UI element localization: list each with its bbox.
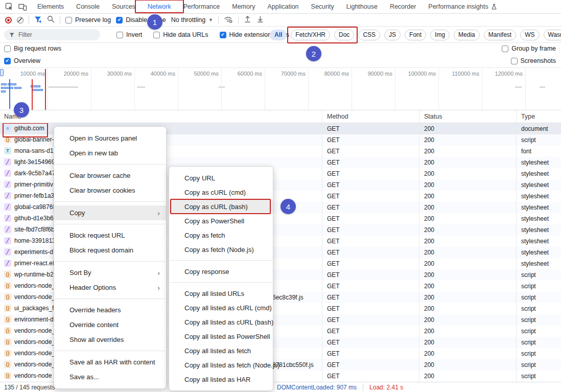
menu-item-copy-as-powershell[interactable]: Copy as PowerShell [169,214,273,228]
name-cell[interactable]: ≡github.com [4,125,44,132]
menu-item-copy-all-listed-as-curl-bash[interactable]: Copy all listed as cURL (bash) [169,315,273,329]
export-har-icon[interactable] [256,15,264,25]
name-cell[interactable]: {}vendors-node_ [4,327,55,334]
throttling-dropdown[interactable]: No throttling ▼ [171,16,213,24]
big-request-rows-checkbox[interactable]: Big request rows [4,45,61,52]
tab-lighthouse[interactable]: Lighthouse [340,0,384,13]
invert-checkbox[interactable]: Invert [116,31,142,38]
name-cell[interactable]: ╱light-3e154969 [4,158,55,166]
name-cell[interactable]: ╱experiments-d7 [4,248,57,256]
menu-item-save-all-as-har-with-content[interactable]: Save all as HAR with content [54,355,166,370]
menu-item-copy[interactable]: Copy› [54,205,166,220]
network-conditions-icon[interactable] [224,15,233,25]
network-overview-timeline[interactable]: 10000 ms20000 ms30000 ms40000 ms50000 ms… [0,67,561,110]
name-cell[interactable]: {}environment-d [4,316,54,323]
import-har-icon[interactable] [244,15,251,25]
column-header-type[interactable]: Type [521,113,535,120]
menu-item-copy-all-listed-as-fetch-node-js[interactable]: Copy all listed as fetch (Node.js) [169,358,273,372]
name-cell[interactable]: ╱primer-react.e8 [4,260,56,267]
clear-network-log-button[interactable] [17,17,24,24]
menu-item-override-content[interactable]: Override content [54,317,166,332]
menu-item-copy-all-listed-as-fetch[interactable]: Copy all listed as fetch [169,343,273,358]
name-cell[interactable]: {}ui_packages_fa [4,305,57,312]
name-cell[interactable]: {}vendors-node [4,372,52,379]
name-cell[interactable]: ╱primer-fefb1a3 [4,192,54,199]
column-divider[interactable] [516,110,517,382]
name-cell[interactable]: {}vendors-node_ [4,361,55,368]
tab-network[interactable]: Network [142,0,177,13]
menu-item-show-all-overrides[interactable]: Show all overrides [54,332,166,347]
name-cell[interactable]: {}wp-runtime-b2 [4,271,54,278]
name-cell[interactable]: ╱site-fbd7cf8f6b [4,226,55,233]
group-by-frame-checkbox[interactable]: Group by frame [502,45,556,52]
chip-img[interactable]: Img [430,30,450,40]
checkbox-unchecked[interactable] [65,17,72,24]
menu-item-copy-all-listed-as-curl-cmd[interactable]: Copy all listed as cURL (cmd) [169,301,273,315]
column-header-status[interactable]: Status [424,113,442,120]
column-header-method[interactable]: Method [327,113,348,120]
tab-security[interactable]: Security [305,0,340,13]
menu-item-copy-url[interactable]: Copy URL [169,171,273,185]
chip-doc[interactable]: Doc [334,30,354,40]
menu-item-open-in-new-tab[interactable]: Open in new tab [54,146,166,160]
menu-item-copy-response[interactable]: Copy response [169,264,273,279]
checkbox-unchecked[interactable] [153,32,160,38]
record-network-log-button[interactable] [5,17,12,24]
name-cell[interactable]: ╱github-d1e3b6 [4,215,54,222]
menu-item-save-as[interactable]: Save as... [54,370,166,384]
chip-media[interactable]: Media [454,30,480,40]
menu-item-clear-browser-cache[interactable]: Clear browser cache [54,168,166,183]
menu-item-copy-as-curl-bash[interactable]: Copy as cURL (bash)4 [169,199,273,214]
tab-memory[interactable]: Memory [226,0,261,13]
menu-item-open-in-sources-panel[interactable]: Open in Sources panel [54,131,166,146]
name-cell[interactable]: {}vendors-node_ [4,293,55,301]
tab-elements[interactable]: Elements [31,0,70,13]
name-cell[interactable]: Tmona-sans-d1b [4,147,57,154]
menu-item-copy-as-fetch-node-js[interactable]: Copy as fetch (Node.js) [169,242,273,257]
chip-ws[interactable]: WS [520,30,539,40]
menu-item-sort-by[interactable]: Sort By› [54,265,166,280]
tab-recorder[interactable]: Recorder [384,0,422,13]
menu-item-block-request-url[interactable]: Block request URL [54,228,166,243]
preserve-log-checkbox[interactable]: Preserve log [65,16,111,24]
menu-item-block-request-domain[interactable]: Block request domain [54,243,166,258]
overview-checkbox[interactable]: Overview [4,57,40,64]
checkbox-checked[interactable] [4,58,11,64]
column-divider[interactable] [322,110,322,382]
menu-item-copy-as-curl-cmd[interactable]: Copy as cURL (cmd) [169,185,273,199]
menu-item-override-headers[interactable]: Override headers [54,303,166,317]
tab-performance[interactable]: Performance [177,0,226,13]
column-divider[interactable] [419,110,419,382]
device-toolbar-icon[interactable] [18,3,27,11]
inspect-element-icon[interactable] [5,3,13,11]
chip-manifest[interactable]: Manifest [484,30,516,40]
menu-item-copy-all-listed-as-powershell[interactable]: Copy all listed as PowerShell [169,329,273,343]
name-cell[interactable]: {}vendors-node_ [4,338,55,345]
menu-item-copy-as-fetch[interactable]: Copy as fetch [169,228,273,242]
checkbox-unchecked[interactable] [116,32,123,38]
name-cell[interactable]: ╱home-3391813 [4,237,56,244]
checkbox-unchecked[interactable] [502,45,508,52]
chip-fetch-xhr[interactable]: Fetch/XHR [291,30,330,40]
menu-item-copy-all-listed-as-har[interactable]: Copy all listed as HAR [169,372,273,386]
hide-data-urls-checkbox[interactable]: Hide data URLs [153,31,208,38]
search-icon[interactable] [47,15,55,25]
screenshots-checkbox[interactable]: Screenshots [511,57,556,64]
name-cell[interactable]: {}vendors-node_ [4,282,55,289]
checkbox-unchecked[interactable] [4,45,11,52]
tab-console[interactable]: Console [70,0,106,13]
tab-sources[interactable]: Sources [106,0,142,13]
chip-css[interactable]: CSS [358,30,380,40]
checkbox-checked[interactable] [220,32,226,38]
menu-item-copy-all-listed-urls[interactable]: Copy all listed URLs [169,286,273,301]
name-cell[interactable]: {}vendors-node_ [4,350,55,357]
overview-drag-handle[interactable] [0,69,4,76]
chip-font[interactable]: Font [405,30,426,40]
menu-item-clear-browser-cookies[interactable]: Clear browser cookies [54,183,166,198]
tab-application[interactable]: Application [261,0,305,13]
checkbox-unchecked[interactable] [511,58,518,64]
checkbox-checked[interactable] [116,17,123,24]
name-cell[interactable]: {}global-banner- [4,136,54,143]
chip-all[interactable]: All [270,30,287,40]
chip-js[interactable]: JS [384,30,401,40]
